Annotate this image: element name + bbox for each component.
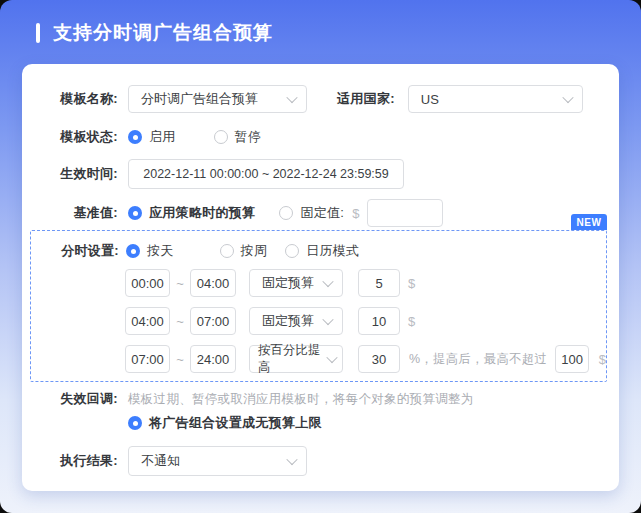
- slot1-value-input[interactable]: 5: [358, 269, 400, 297]
- base-value-label: 基准值:: [36, 204, 118, 222]
- slot3-cap-input[interactable]: 100: [555, 345, 588, 373]
- slot2-end-input[interactable]: 07:00: [190, 307, 236, 335]
- slot3-value-input[interactable]: 30: [358, 345, 400, 373]
- slot1-start-input[interactable]: 00:00: [125, 269, 170, 297]
- status-label: 模板状态:: [36, 128, 118, 146]
- country-value: US: [421, 92, 439, 107]
- schedule-mode-weekly-label[interactable]: 按周: [241, 242, 268, 260]
- chevron-down-icon: [286, 92, 297, 103]
- slot3-end-input[interactable]: 24:00: [190, 345, 236, 373]
- schedule-section: 分时设置: 按天 按周 日历模式 00:00 ~ 04:00 固定预算 5 $: [30, 230, 607, 382]
- slot2-type-select[interactable]: 固定预算: [249, 307, 343, 335]
- expire-callback-label: 失效回调:: [36, 390, 118, 408]
- page-background: 支持分时调广告组合预算 模板名称: 分时调广告组合预算 适用国家: US 模板状…: [0, 0, 641, 513]
- range-separator: ~: [175, 352, 185, 367]
- row-expire-option: 将广告组合设置成无预算上限: [128, 415, 322, 431]
- exec-result-select[interactable]: 不通知: [128, 446, 307, 476]
- schedule-mode-radio-calendar[interactable]: [285, 244, 299, 258]
- title-accent-bar: [36, 23, 40, 43]
- row-exec-result: 执行结果: 不通知: [36, 446, 307, 476]
- dollar-sign: $: [599, 352, 606, 367]
- base-value-radio-strategy[interactable]: [128, 206, 142, 220]
- schedule-mode-radio-daily[interactable]: [126, 244, 140, 258]
- percent-cap-hint: %，提高后，最高不超过: [409, 351, 547, 368]
- slot1-end-input[interactable]: 04:00: [190, 269, 236, 297]
- slot1-type-value: 固定预算: [262, 274, 314, 292]
- effective-time-input[interactable]: 2022-12-11 00:00:00 ~ 2022-12-24 23:59:5…: [128, 159, 404, 189]
- slot2-value-input[interactable]: 10: [358, 307, 400, 335]
- base-value-radio-fixed[interactable]: [279, 206, 293, 220]
- row-schedule-mode: 分时设置: 按天 按周 日历模式: [37, 243, 359, 259]
- exec-result-value: 不通知: [141, 452, 180, 470]
- slot3-start-input[interactable]: 07:00: [125, 345, 170, 373]
- schedule-mode-daily-label[interactable]: 按天: [147, 242, 174, 260]
- row-base-value: 基准值: 应用策略时的预算 固定值: $: [36, 199, 443, 227]
- template-name-select[interactable]: 分时调广告组合预算: [128, 85, 307, 113]
- slot1-type-select[interactable]: 固定预算: [249, 269, 343, 297]
- row-expire-callback: 失效回调: 模板过期、暂停或取消应用模板时，将每个对象的预算调整为: [36, 391, 474, 407]
- slot2-start-input[interactable]: 04:00: [125, 307, 170, 335]
- page-header: 支持分时调广告组合预算: [36, 20, 273, 46]
- chevron-down-icon: [286, 454, 297, 465]
- row-template-name: 模板名称: 分时调广告组合预算 适用国家: US: [36, 84, 583, 114]
- chevron-down-icon: [322, 276, 333, 287]
- time-slot-row: 00:00 ~ 04:00 固定预算 5 $: [125, 269, 415, 297]
- country-label: 适用国家:: [337, 90, 395, 108]
- row-status: 模板状态: 启用 暂停: [36, 129, 261, 145]
- row-effective-time: 生效时间: 2022-12-11 00:00:00 ~ 2022-12-24 2…: [36, 159, 404, 189]
- schedule-mode-radio-weekly[interactable]: [220, 244, 234, 258]
- range-separator: ~: [175, 276, 185, 291]
- dollar-sign: $: [408, 314, 415, 329]
- schedule-mode-calendar-label[interactable]: 日历模式: [306, 242, 359, 260]
- effective-time-label: 生效时间:: [36, 165, 118, 183]
- slot3-type-select[interactable]: 按百分比提高: [249, 345, 343, 373]
- template-name-label: 模板名称:: [36, 90, 118, 108]
- dollar-sign: $: [408, 276, 415, 291]
- range-separator: ~: [175, 314, 185, 329]
- slot3-type-value: 按百分比提高: [258, 342, 322, 376]
- expire-option-label[interactable]: 将广告组合设置成无预算上限: [149, 414, 322, 432]
- country-select[interactable]: US: [408, 85, 583, 113]
- status-option-paused-label[interactable]: 暂停: [235, 128, 262, 146]
- page-title: 支持分时调广告组合预算: [53, 20, 273, 46]
- fixed-value-input[interactable]: [367, 199, 443, 227]
- status-radio-enabled[interactable]: [128, 130, 142, 144]
- form-card: 模板名称: 分时调广告组合预算 适用国家: US 模板状态: 启用 暂停 生效时…: [22, 64, 619, 491]
- chevron-down-icon: [322, 314, 333, 325]
- base-value-fixed-label[interactable]: 固定值:: [300, 204, 344, 222]
- exec-result-label: 执行结果:: [36, 452, 118, 470]
- time-slot-row: 04:00 ~ 07:00 固定预算 10 $: [125, 307, 415, 335]
- base-value-strategy-label[interactable]: 应用策略时的预算: [149, 204, 255, 222]
- new-badge: NEW: [571, 214, 607, 230]
- slot2-type-value: 固定预算: [262, 312, 314, 330]
- status-radio-paused[interactable]: [214, 130, 228, 144]
- chevron-down-icon: [562, 92, 573, 103]
- time-slot-row: 07:00 ~ 24:00 按百分比提高 30 %，提高后，最高不超过 100 …: [125, 345, 606, 373]
- dollar-sign: $: [352, 206, 359, 221]
- expire-option-radio[interactable]: [128, 416, 142, 430]
- status-option-enabled-label[interactable]: 启用: [149, 128, 176, 146]
- schedule-label: 分时设置:: [37, 242, 119, 260]
- expire-callback-description: 模板过期、暂停或取消应用模板时，将每个对象的预算调整为: [128, 391, 474, 408]
- chevron-down-icon: [326, 352, 337, 363]
- template-name-value: 分时调广告组合预算: [141, 90, 258, 108]
